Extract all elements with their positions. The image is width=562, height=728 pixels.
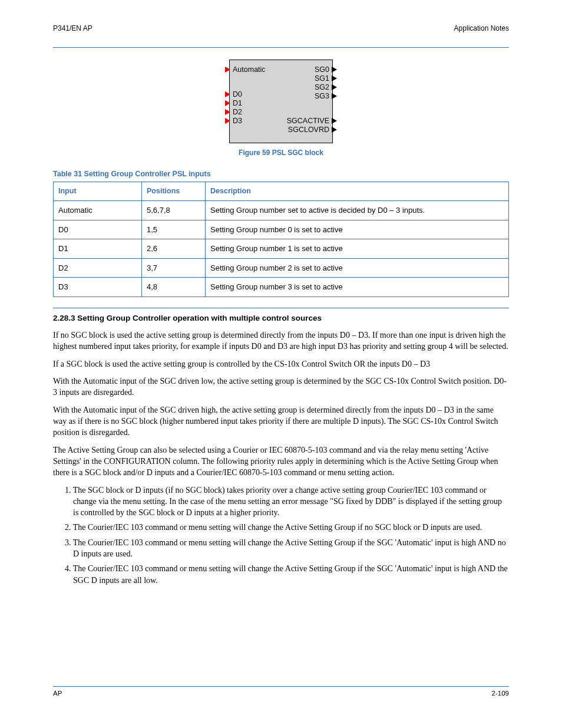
paragraph: If a SGC block is used the active settin… — [53, 358, 509, 370]
paragraph: The Active Setting Group can also be sel… — [53, 444, 509, 479]
pin-triangle-icon — [225, 118, 230, 124]
cell-input: D3 — [54, 278, 142, 297]
cell-input: D1 — [54, 239, 142, 259]
pin-triangle-icon — [225, 91, 230, 97]
diagram-container: Automatic D0 D1 D2 D3 SG0 SG1 SG2 SG3 SG… — [53, 60, 509, 143]
pin-d3: D3 — [233, 117, 242, 125]
pin-d1: D1 — [233, 100, 242, 107]
paragraph: With the Automatic input of the SGC driv… — [53, 404, 509, 439]
section-title: 2.28.3 Setting Group Controller operatio… — [53, 313, 509, 324]
pin-triangle-out-icon — [332, 118, 337, 124]
list-item: 2. The Courier/IEC 103 command or menu s… — [65, 522, 509, 533]
pin-sgclovrd: SGCLOVRD — [288, 126, 329, 134]
cell-positions: 3,7 — [142, 258, 206, 278]
list-item: 4. The Courier/IEC 103 command or menu s… — [65, 563, 509, 586]
header-rule — [53, 47, 509, 48]
cell-input: D2 — [54, 258, 142, 278]
pin-triangle-out-icon — [332, 75, 337, 81]
pin-triangle-out-icon — [332, 127, 337, 133]
pin-triangle-icon — [225, 109, 230, 115]
inputs-table: Input Positions Description Automatic 5,… — [53, 182, 509, 297]
table-row: D2 3,7 Setting Group number 2 is set to … — [54, 258, 509, 278]
paragraph: With the Automatic input of the SGC driv… — [53, 375, 509, 398]
section-rule — [53, 308, 509, 308]
pin-triangle-out-icon — [332, 67, 337, 73]
table-row: D1 2,6 Setting Group number 1 is set to … — [54, 239, 509, 259]
pin-sg2: SG2 — [315, 84, 329, 91]
pin-triangle-out-icon — [332, 84, 337, 90]
pin-sg1: SG1 — [315, 75, 329, 83]
pin-d2: D2 — [233, 108, 242, 116]
pin-automatic: Automatic — [233, 66, 266, 74]
footer-left: AP — [53, 689, 62, 699]
th-positions: Positions — [142, 182, 206, 201]
th-input: Input — [54, 182, 142, 201]
cell-description: Setting Group number 2 is set to active — [206, 258, 509, 278]
pin-triangle-icon — [225, 67, 230, 73]
table-caption: Table 31 Setting Group Controller PSL in… — [53, 169, 509, 179]
paragraph: If no SGC block is used the active setti… — [53, 330, 509, 353]
list-item: 3. The Courier/IEC 103 command or menu s… — [65, 537, 509, 560]
cell-description: Setting Group number set to active is de… — [206, 201, 509, 220]
pin-sgcactive: SGCACTIVE — [287, 117, 329, 125]
cell-description: Setting Group number 1 is set to active — [206, 239, 509, 259]
table-row: D0 1,5 Setting Group number 0 is set to … — [54, 220, 509, 239]
header-left: P341/EN AP — [53, 24, 92, 33]
footer-right: 2-109 — [492, 689, 509, 699]
pin-triangle-icon — [225, 100, 230, 106]
table-row: Automatic 5,6,7,8 Setting Group number s… — [54, 201, 509, 220]
sgc-block-diagram: Automatic D0 D1 D2 D3 SG0 SG1 SG2 SG3 SG… — [229, 60, 333, 143]
cell-positions: 2,6 — [142, 239, 206, 259]
pin-sg0: SG0 — [315, 66, 329, 74]
cell-positions: 4,8 — [142, 278, 206, 297]
cell-positions: 1,5 — [142, 220, 206, 239]
pin-sg3: SG3 — [315, 93, 329, 100]
pin-triangle-out-icon — [332, 93, 337, 99]
pin-d0: D0 — [233, 91, 242, 98]
cell-description: Setting Group number 3 is set to active — [206, 278, 509, 297]
th-description: Description — [206, 182, 509, 201]
cell-description: Setting Group number 0 is set to active — [206, 220, 509, 239]
footer-rule — [53, 686, 509, 687]
cell-input: Automatic — [54, 201, 142, 220]
list-item: 1. The SGC block or D inputs (if no SGC … — [65, 485, 509, 519]
table-row: D3 4,8 Setting Group number 3 is set to … — [54, 278, 509, 297]
cell-positions: 5,6,7,8 — [142, 201, 206, 220]
figure-caption: Figure 59 PSL SGC block — [53, 148, 509, 157]
header-right: Application Notes — [454, 24, 509, 33]
cell-input: D0 — [54, 220, 142, 239]
